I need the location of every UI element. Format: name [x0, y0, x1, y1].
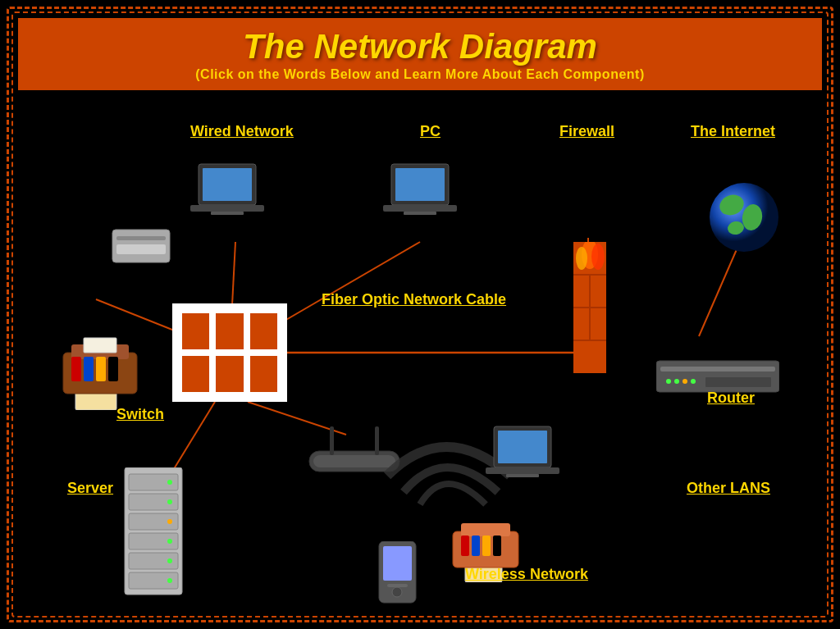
- svg-point-30: [591, 244, 605, 270]
- switch-cell-3: [250, 313, 277, 349]
- svg-rect-25: [108, 357, 118, 381]
- laptop-icon-1: [190, 160, 264, 229]
- router-label[interactable]: Router: [707, 390, 755, 407]
- internet-label[interactable]: The Internet: [691, 123, 775, 140]
- svg-rect-17: [116, 236, 166, 240]
- switch-icon: [172, 303, 287, 402]
- svg-point-78: [167, 578, 172, 583]
- svg-point-44: [682, 379, 687, 384]
- svg-rect-15: [404, 212, 436, 215]
- page-subtitle: (Click on the Words Below and Learn More…: [34, 67, 806, 82]
- pc-label[interactable]: PC: [420, 123, 441, 140]
- svg-rect-9: [203, 168, 252, 201]
- svg-rect-14: [383, 205, 457, 212]
- server-label[interactable]: Server: [67, 480, 113, 497]
- firewall-icon: [569, 242, 610, 376]
- svg-rect-41: [660, 367, 775, 371]
- svg-point-42: [666, 379, 671, 384]
- wireless-laptop-icon: [486, 422, 559, 491]
- svg-point-76: [167, 539, 172, 544]
- pda-icon: [375, 541, 420, 610]
- svg-point-73: [167, 480, 172, 485]
- switch-cell-5: [216, 356, 243, 392]
- wired-network-label[interactable]: Wired Network: [190, 123, 294, 140]
- svg-rect-13: [395, 168, 445, 201]
- svg-rect-54: [506, 474, 539, 477]
- other-lans-label[interactable]: Other LANS: [687, 480, 770, 497]
- svg-point-64: [392, 587, 402, 597]
- svg-rect-11: [211, 212, 244, 215]
- switch-label[interactable]: Switch: [116, 406, 164, 423]
- printer-icon: [59, 336, 149, 413]
- server-icon: [121, 467, 186, 602]
- svg-point-74: [167, 499, 172, 504]
- svg-rect-60: [482, 536, 491, 556]
- svg-point-43: [674, 379, 679, 384]
- svg-point-45: [691, 379, 696, 384]
- svg-rect-59: [472, 536, 480, 556]
- svg-point-29: [576, 247, 587, 270]
- svg-rect-40: [656, 361, 779, 392]
- svg-rect-57: [461, 523, 510, 536]
- svg-rect-58: [461, 536, 469, 556]
- svg-rect-53: [486, 467, 559, 474]
- svg-rect-61: [493, 536, 501, 556]
- svg-rect-46: [705, 377, 771, 387]
- svg-point-75: [167, 519, 172, 524]
- switch-cell-4: [182, 356, 209, 392]
- firewall-label[interactable]: Firewall: [559, 123, 614, 140]
- scanner-icon: [108, 221, 174, 274]
- svg-rect-26: [84, 338, 116, 353]
- page-title: The Network Diagram: [34, 28, 806, 66]
- switch-cell-1: [182, 313, 209, 349]
- fiber-optic-label[interactable]: Fiber Optic Network Cable: [322, 291, 506, 308]
- switch-cell-6: [250, 356, 277, 392]
- svg-rect-23: [84, 357, 94, 381]
- svg-rect-52: [498, 431, 547, 463]
- diagram-area: Wired Network PC Firewall The Internet F…: [18, 115, 822, 611]
- pc-laptop-icon: [383, 160, 457, 229]
- svg-rect-63: [383, 546, 412, 581]
- svg-rect-49: [330, 426, 334, 455]
- wireless-network-label[interactable]: Wireless Network: [465, 566, 588, 583]
- svg-line-6: [170, 402, 215, 476]
- svg-rect-24: [96, 357, 106, 381]
- svg-point-77: [167, 558, 172, 563]
- svg-rect-22: [71, 357, 81, 381]
- svg-rect-18: [116, 244, 166, 254]
- header: The Network Diagram (Click on the Words …: [18, 18, 822, 90]
- switch-cell-2: [216, 313, 243, 349]
- svg-rect-10: [190, 205, 264, 212]
- svg-rect-65: [387, 584, 408, 587]
- earth-icon: [707, 180, 781, 258]
